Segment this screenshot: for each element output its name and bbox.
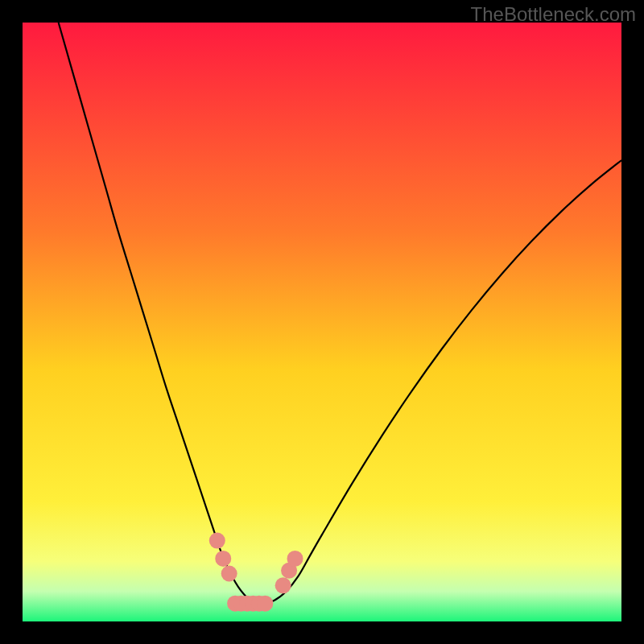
data-marker (221, 565, 237, 581)
plot-area (23, 23, 621, 621)
data-marker (215, 551, 231, 567)
chart-frame: TheBottleneck.com (0, 0, 644, 644)
gradient-background (23, 23, 621, 621)
bottleneck-chart (23, 23, 621, 621)
data-marker (257, 596, 273, 612)
data-marker (209, 533, 225, 549)
data-marker (287, 551, 303, 567)
data-marker (275, 577, 291, 593)
